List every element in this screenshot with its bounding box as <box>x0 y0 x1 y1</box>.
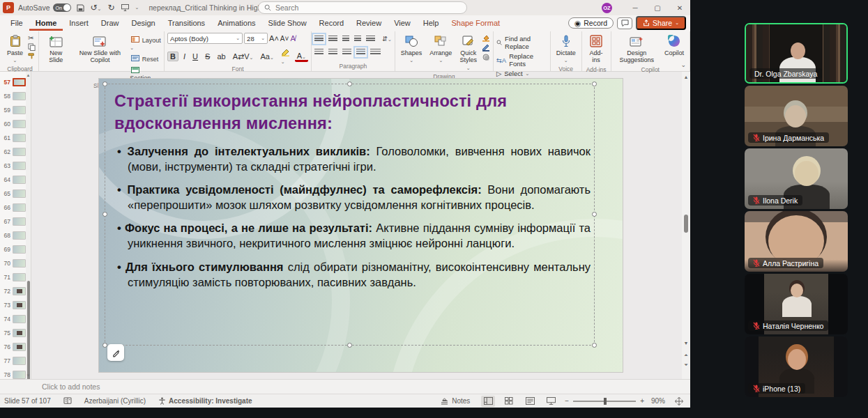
slide-thumbnail-preview[interactable] <box>13 189 26 198</box>
fit-to-window-icon[interactable] <box>672 396 686 407</box>
notes-toggle-button[interactable]: Notes <box>440 397 470 405</box>
participant-tile-3[interactable]: Ilona Derik <box>745 148 848 209</box>
thumbnail-scrollbar[interactable]: ▲ ▼ <box>26 72 31 379</box>
decrease-font-icon[interactable]: A˅ <box>280 35 289 42</box>
slide-thumbnail-preview[interactable] <box>13 92 26 100</box>
underline-button[interactable]: U <box>190 52 200 61</box>
tab-file[interactable]: File <box>4 16 29 31</box>
qat-overflow-icon[interactable]: ⌄ <box>135 5 139 10</box>
zoom-track[interactable] <box>573 401 636 402</box>
slide-bullet-4[interactable]: • Для їхнього стимулювання слід обирати … <box>117 259 591 290</box>
autosave-toggle[interactable]: AutoSave On <box>18 3 71 12</box>
scroll-down-icon[interactable]: ▼ <box>26 373 31 378</box>
zoom-thumb[interactable] <box>604 398 607 405</box>
slide-thumbnail-preview[interactable] <box>13 78 26 86</box>
vertical-scrollbar[interactable]: ▲ ▼ ⏶ ⏷ <box>682 72 690 379</box>
participant-tile-2[interactable]: Ірина Дарманська <box>745 86 848 146</box>
tab-record[interactable]: Record <box>313 16 350 31</box>
font-color-button[interactable]: A⌄ <box>295 52 308 62</box>
slide-thumbnail-preview[interactable] <box>13 120 26 128</box>
thumbnail-scroll-thumb[interactable] <box>27 281 30 379</box>
share-button[interactable]: Share ⌄ <box>636 16 686 30</box>
previous-slide-button[interactable]: ⏶ <box>684 353 688 358</box>
zoom-in-icon[interactable]: + <box>640 397 644 405</box>
slide-thumbnail-preview[interactable] <box>13 176 26 184</box>
slide-bullet-1[interactable]: • Залучення до інтелектуальних викликів:… <box>117 144 591 174</box>
save-icon[interactable] <box>77 4 84 12</box>
clear-formatting-icon[interactable]: A̸ <box>290 34 295 42</box>
cut-icon[interactable]: ✂ <box>28 34 36 42</box>
slide-thumbnail-preview[interactable] <box>13 203 26 212</box>
slide-thumbnail-preview[interactable] <box>13 217 26 226</box>
scroll-up-icon[interactable]: ▲ <box>26 73 31 77</box>
slide-indicator[interactable]: Slide 57 of 107 <box>4 397 51 405</box>
quick-styles-button[interactable]: Quick Styles ⌄ <box>457 33 480 72</box>
shapes-button[interactable]: Shapes ⌄ <box>398 33 425 65</box>
slide-thumbnail-preview[interactable] <box>13 287 26 295</box>
participant-tile-5[interactable]: Наталія Черненко <box>745 274 848 334</box>
shape-fill-button[interactable] <box>482 34 490 42</box>
autosave-switch[interactable]: On <box>53 3 71 12</box>
shape-outline-button[interactable] <box>482 44 490 52</box>
zoom-slider[interactable]: − + <box>565 397 644 405</box>
tab-design[interactable]: Design <box>125 16 161 31</box>
replace-fonts-button[interactable]: ⇆A Replace Fonts <box>496 52 547 68</box>
dictate-button[interactable]: Dictate ⌄ <box>554 33 579 65</box>
scroll-thumb[interactable] <box>684 215 688 233</box>
strikethrough-button[interactable]: S <box>203 52 212 61</box>
notes-pane[interactable]: Click to add notes <box>0 379 690 394</box>
redo-icon[interactable]: ↻ <box>107 3 114 13</box>
slide-bullet-2[interactable]: • Практика усвідомленості (майндфулнес) … <box>117 182 591 212</box>
format-painter-icon[interactable] <box>28 52 36 60</box>
new-slide-button[interactable]: New Slide <box>42 33 70 65</box>
align-center-button[interactable] <box>328 49 337 56</box>
selection-handle[interactable] <box>347 343 352 348</box>
tab-shape-format[interactable]: Shape Format <box>445 16 506 31</box>
copilot-button[interactable]: Copilot <box>662 33 687 58</box>
copilot-pen-button[interactable] <box>107 344 124 361</box>
tab-home[interactable]: Home <box>29 16 63 31</box>
slide-thumbnail-preview[interactable] <box>13 106 26 114</box>
record-button[interactable]: ◉ Record <box>568 17 614 29</box>
participant-tile-4[interactable]: Алла Растригіна <box>745 211 848 272</box>
font-name-select[interactable]: Aptos (Body)⌄ <box>167 33 243 44</box>
slide-thumbnail-preview[interactable] <box>13 245 26 254</box>
slide-title[interactable]: Стратегії використання нейропластичності… <box>99 79 623 138</box>
decrease-indent-button[interactable] <box>342 36 349 42</box>
numbering-button[interactable] <box>328 36 337 42</box>
start-slideshow-icon[interactable] <box>121 4 129 11</box>
shape-effects-button[interactable] <box>482 54 490 61</box>
slide-bullet-3[interactable]: • Фокус на процесі, а не лише на результ… <box>117 220 591 251</box>
change-case-button[interactable]: Aa⌄ <box>258 52 275 61</box>
align-right-button[interactable] <box>342 49 351 56</box>
tab-slide-show[interactable]: Slide Show <box>262 16 313 31</box>
bullets-button[interactable] <box>314 36 323 42</box>
participant-tile-1[interactable]: Dr. Olga Zbarskaya <box>745 23 848 84</box>
slide-thumbnail-preview[interactable] <box>13 162 26 170</box>
highlight-color-button[interactable]: ⌄ <box>279 48 292 65</box>
paste-button[interactable]: Paste ⌄ <box>4 33 26 65</box>
slide-thumbnail-preview[interactable] <box>13 329 26 337</box>
scroll-down-icon[interactable]: ▼ <box>684 341 689 346</box>
close-button[interactable]: ✕ <box>669 0 690 15</box>
find-replace-button[interactable]: Find and Replace <box>496 35 547 50</box>
increase-font-icon[interactable]: A˄ <box>269 34 279 42</box>
collapse-ribbon-icon[interactable]: ⌄ <box>680 61 686 68</box>
participant-tile-6[interactable]: iPhone (13) <box>745 336 848 397</box>
minimize-button[interactable]: ─ <box>625 0 646 15</box>
spellcheck-icon[interactable] <box>63 397 72 405</box>
tab-animations[interactable]: Animations <box>211 16 261 31</box>
italic-button[interactable]: I <box>181 52 188 61</box>
tab-draw[interactable]: Draw <box>95 16 125 31</box>
tab-review[interactable]: Review <box>350 16 388 31</box>
align-left-button[interactable] <box>314 49 323 56</box>
new-slide-copilot-button[interactable]: New Slide with Copilot <box>73 33 128 65</box>
slide-thumbnail-preview[interactable] <box>13 357 26 365</box>
accessibility-status[interactable]: Accessibility: Investigate <box>158 397 252 405</box>
tab-transitions[interactable]: Transitions <box>162 16 211 31</box>
zoom-level[interactable]: 90% <box>651 397 665 405</box>
text-direction-button[interactable]: ⇵⌄ <box>382 35 392 42</box>
comments-icon[interactable] <box>617 17 632 29</box>
maximize-button[interactable]: ▢ <box>647 0 668 15</box>
slide-thumbnail-preview[interactable] <box>13 134 26 142</box>
